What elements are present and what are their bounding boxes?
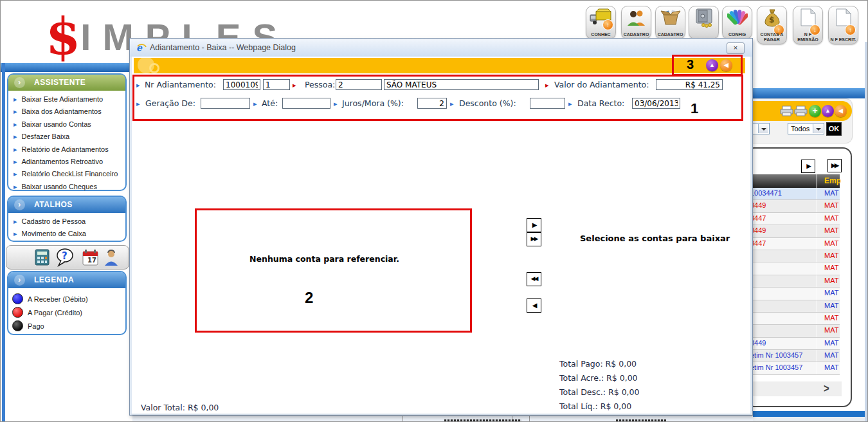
sidebar-item-adiantamentos-retroativo[interactable]: Adiantamentos Retroativo	[14, 156, 125, 168]
printer-icon[interactable]	[794, 106, 808, 119]
calculator-icon[interactable]	[35, 249, 50, 268]
blue-bullet-icon: ▸	[253, 100, 257, 108]
desconto-input[interactable]	[530, 98, 565, 109]
right-nav-bar	[750, 88, 868, 98]
cell-emp: MAT	[824, 326, 838, 334]
close-icon[interactable]: ×	[727, 42, 745, 54]
nr-adiantamento-input[interactable]	[223, 79, 260, 90]
table-body: 10034471MAT 8449MAT 8447MAT 8449MAT 8447…	[746, 188, 840, 375]
add-button[interactable]: +	[809, 105, 821, 117]
table-row[interactable]: MAT	[746, 313, 840, 325]
transfer-left-button[interactable]: ◀	[527, 298, 541, 313]
sidebar-item-cadastro-de-pessoa[interactable]: Cadastro de Pessoa	[14, 216, 125, 228]
dialog-title-bar[interactable]: e Adiantamento - Baixa -- Webpage Dialog…	[130, 39, 752, 57]
data-recto-input[interactable]	[632, 98, 680, 109]
valor-adiantamento-input[interactable]	[656, 79, 723, 90]
cell-doc[interactable]: etim Nr 1003457	[750, 351, 802, 359]
table-row[interactable]: MAT	[746, 262, 840, 275]
up-button[interactable]: ▲	[822, 105, 834, 117]
filter-select-todos[interactable]: Todos	[788, 123, 824, 134]
table-row[interactable]: 8447MAT	[746, 238, 840, 250]
geracao-de-input[interactable]	[201, 98, 250, 109]
pessoa-name-input[interactable]	[384, 79, 539, 90]
field-label-desconto: Desconto (%):	[459, 98, 516, 108]
table-row[interactable]: etim Nr 1003457MAT	[746, 350, 840, 362]
calendar-icon[interactable]: 17	[82, 249, 98, 268]
table-row[interactable]: 8449MAT	[746, 200, 840, 212]
toolbar-button-nf-escrit[interactable]: N F ESCRIT.	[828, 6, 858, 44]
sidebar-item-baixar-usando-contas[interactable]: Baixar usando Contas	[14, 118, 125, 131]
toolbar-button-cadastro[interactable]: CADASTRO	[655, 6, 685, 39]
toolbar-button-conhec[interactable]: CONHEC	[586, 6, 616, 39]
annotation-number-1: 1	[691, 100, 698, 117]
sidebar-item-baixar-este-adiantamento[interactable]: Baixar Este Adiantamento	[14, 93, 125, 106]
annotation-number-3: 3	[687, 57, 694, 72]
table-row[interactable]: 8449MAT	[746, 225, 840, 237]
field-label-juros-mora: Juros/Mora (%):	[342, 98, 404, 108]
table-row[interactable]: MAT	[746, 325, 840, 337]
cell-doc[interactable]: 10034471	[750, 189, 782, 197]
sidebar-item-desfazer-baixa[interactable]: Desfazer Baixa	[14, 131, 125, 143]
printer-icon[interactable]	[780, 106, 793, 119]
box-icon	[656, 8, 685, 28]
cell-doc[interactable]: etim Nr 1003457	[750, 363, 802, 371]
table-row[interactable]: etim Nr 1003457MAT	[746, 362, 840, 374]
juros-mora-input[interactable]	[417, 98, 447, 109]
sidebar-item-baixar-usando-cheques[interactable]: Baixar usando Cheques	[14, 181, 125, 193]
clipped-header-text	[616, 419, 666, 422]
svg-text:?: ?	[62, 250, 68, 262]
field-label-data-recto: Data Recto:	[577, 98, 624, 108]
table-row[interactable]: MAT	[746, 275, 840, 288]
ate-input[interactable]	[282, 98, 330, 109]
legend-item-a-receber: A Receber (Débito)	[11, 292, 125, 306]
background-table-strip	[132, 416, 753, 422]
table-row[interactable]: MAT	[746, 288, 840, 300]
cell-emp: MAT	[824, 252, 838, 259]
toolbar-button-contas-a-pagar[interactable]: $ CONTAS A PAGAR	[757, 6, 787, 44]
next-page-button[interactable]: >	[824, 381, 829, 394]
select-value: Todos	[791, 125, 809, 133]
table-row[interactable]: 8449MAT	[746, 338, 840, 350]
toolbar-button-nf-emissao[interactable]: N F EMISSÃO	[793, 6, 823, 44]
table-row[interactable]: MAT	[746, 250, 840, 262]
toolbar-label: N F ESCRIT.	[829, 37, 858, 42]
dialog-toolbar	[134, 58, 745, 73]
cell-emp: MAT	[824, 289, 838, 297]
sidebar-item-baixa-dos-adiantamentos[interactable]: Baixa dos Adiantamentos	[14, 106, 125, 118]
sidebar-item-relatorio-adiantamentos[interactable]: Relatório de Adiantamentos	[14, 143, 125, 156]
table-row[interactable]: MAT	[746, 300, 840, 313]
transfer-left-all-button[interactable]: ◀◀	[527, 272, 541, 286]
move-right-button[interactable]: ▶	[801, 160, 815, 173]
blue-bullet-icon: ▸	[450, 100, 454, 108]
total-liquido: Total Líq.: R$ 0,00	[559, 401, 631, 411]
toolbar-button-config[interactable]: CONFIG	[722, 6, 752, 39]
arrow-up-badge-icon	[845, 24, 856, 35]
table-row[interactable]: 8447MAT	[746, 213, 840, 225]
toolbar-button-cofre[interactable]	[689, 6, 719, 39]
webpage-dialog: e Adiantamento - Baixa -- Webpage Dialog…	[129, 38, 753, 416]
up-button[interactable]: ▲	[706, 59, 718, 71]
blue-dot-icon	[12, 293, 23, 304]
table-row[interactable]: 10034471MAT	[746, 188, 840, 200]
transfer-right-button[interactable]: ▶	[527, 218, 541, 232]
pessoa-code-input[interactable]	[336, 79, 382, 90]
svg-text:e: e	[136, 42, 143, 53]
toolbar-button-cadastro-pessoas[interactable]: CADASTRO	[621, 6, 651, 39]
annotation-box-3: 3 ▲ ◀	[672, 55, 743, 76]
field-label-ate: Até:	[262, 98, 278, 108]
sidebar-item-relatorio-checklist[interactable]: Relatório CheckList Financeiro	[14, 168, 125, 180]
back-button[interactable]: ◀	[720, 59, 732, 71]
column-header-emp: Emp	[824, 176, 841, 185]
toolbar-label: CONTAS A PAGAR	[757, 32, 786, 42]
ok-button[interactable]: OK	[826, 122, 842, 136]
person-icon[interactable]	[104, 249, 119, 268]
back-button[interactable]: ◀	[835, 105, 847, 117]
cell-emp: MAT	[824, 201, 838, 209]
transfer-right-all-button[interactable]: ▶▶	[527, 232, 541, 246]
total-value: R$ 0,00	[606, 359, 637, 369]
right-bottom-bar	[750, 411, 868, 417]
help-icon[interactable]: ?	[55, 248, 75, 270]
nr-adiantamento-seq-input[interactable]	[263, 79, 290, 90]
sidebar-item-movimento-de-caixa[interactable]: Movimento de Caixa	[14, 228, 125, 240]
move-right-all-button[interactable]: ▶▶	[827, 159, 842, 172]
